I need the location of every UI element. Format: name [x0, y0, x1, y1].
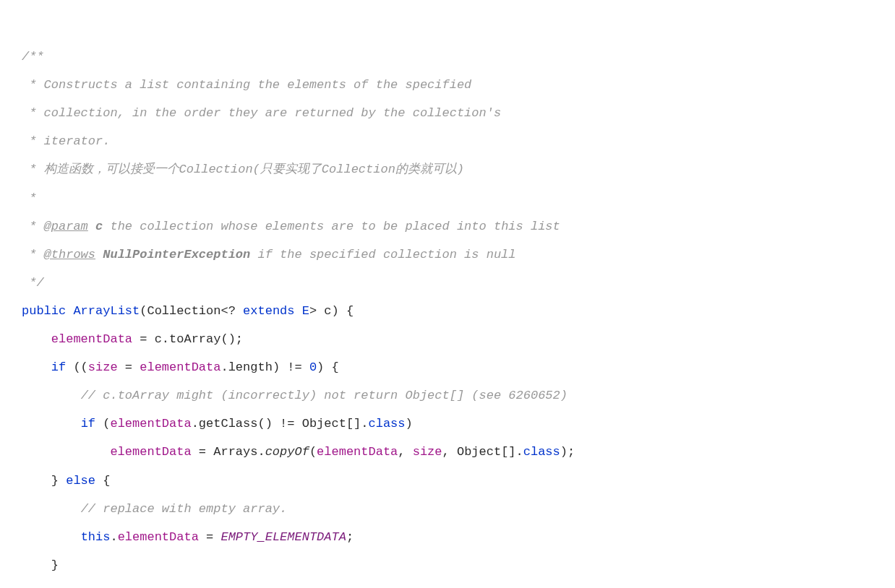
- field-ref: elementData: [118, 530, 199, 544]
- field-ref: size: [413, 445, 442, 459]
- field-ref: elementData: [51, 332, 132, 346]
- code-text: ;: [346, 530, 354, 544]
- keyword-extends: extends: [243, 304, 294, 318]
- keyword-if: if: [51, 360, 66, 374]
- method-signature: public ArrayList(Collection<? extends E>…: [22, 304, 354, 318]
- comment-line: */: [22, 276, 44, 290]
- param-desc: the collection whose elements are to be …: [110, 220, 560, 233]
- code-text: =: [118, 360, 140, 374]
- exception-name: NullPointerException: [95, 248, 257, 261]
- field-ref: elementData: [110, 445, 191, 459]
- comment-line: * collection, in the order they are retu…: [22, 106, 501, 120]
- keyword-class: class: [369, 417, 406, 431]
- number-literal: 0: [309, 360, 317, 374]
- code-block: /** * Constructs a list containing the e…: [22, 14, 873, 588]
- code-text: .: [110, 530, 117, 544]
- code-text: = c.toArray();: [132, 332, 243, 346]
- keyword-if: if: [81, 417, 95, 431]
- field-ref: elementData: [317, 445, 398, 459]
- throws-desc: if the specified collection is null: [257, 248, 515, 261]
- comment-line: /**: [22, 50, 44, 64]
- code-text: ((: [66, 360, 88, 374]
- code-text: ) {: [317, 360, 339, 374]
- comment-line: * 构造函数，可以接受一个Collection(只要实现了Collection的…: [22, 163, 464, 176]
- keyword-public: public: [22, 304, 66, 318]
- code-text: (Collection<?: [140, 304, 243, 318]
- code-text: .getClass() != Object[].: [192, 417, 369, 431]
- code-text: {: [95, 474, 110, 488]
- code-text: =: [199, 530, 221, 544]
- comment-line: *: [22, 191, 36, 205]
- code-line: elementData = c.toArray();: [22, 332, 243, 346]
- code-text: }: [51, 474, 66, 488]
- code-text: (: [309, 445, 317, 459]
- method-name: ArrayList: [66, 304, 140, 318]
- code-text: > c) {: [309, 304, 354, 318]
- code-line: if ((size = elementData.length) != 0) {: [22, 360, 339, 374]
- code-line: elementData = Arrays.copyOf(elementData,…: [22, 445, 575, 459]
- constant-ref: EMPTY_ELEMENTDATA: [220, 530, 346, 544]
- keyword-else: else: [66, 474, 95, 488]
- field-ref: elementData: [140, 360, 220, 374]
- type-param: E: [295, 304, 309, 318]
- code-text: );: [560, 445, 575, 459]
- comment-star: *: [22, 248, 44, 261]
- code-text: ,: [398, 445, 412, 459]
- param-name: c: [88, 220, 111, 233]
- code-line: }: [22, 558, 59, 572]
- comment-star: *: [22, 220, 44, 233]
- code-line: this.elementData = EMPTY_ELEMENTDATA;: [22, 530, 354, 544]
- comment-line: * Constructs a list containing the eleme…: [22, 78, 471, 92]
- code-line: // replace with empty array.: [22, 502, 287, 516]
- static-method: copyOf: [265, 445, 309, 459]
- comment-line: * iterator.: [22, 134, 110, 148]
- keyword-this: this: [81, 530, 111, 544]
- keyword-class: class: [523, 445, 560, 459]
- javadoc-throws-line: * @throws NullPointerException if the sp…: [22, 248, 516, 261]
- code-text: }: [51, 558, 59, 572]
- code-line: } else {: [22, 474, 110, 488]
- code-line: // c.toArray might (incorrectly) not ret…: [22, 389, 568, 402]
- javadoc-tag: @param: [44, 220, 88, 233]
- code-text: .length) !=: [220, 360, 309, 374]
- code-text: (: [95, 417, 110, 431]
- field-ref: size: [88, 360, 118, 374]
- code-text: ): [406, 417, 413, 431]
- code-line: if (elementData.getClass() != Object[].c…: [22, 417, 413, 431]
- code-text: , Object[].: [442, 445, 523, 459]
- comment-line: // c.toArray might (incorrectly) not ret…: [81, 389, 568, 402]
- javadoc-param-line: * @param c the collection whose elements…: [22, 220, 560, 233]
- comment-line: // replace with empty array.: [81, 502, 288, 516]
- code-text: = Arrays.: [192, 445, 265, 459]
- field-ref: elementData: [110, 417, 191, 431]
- javadoc-tag: @throws: [44, 248, 95, 261]
